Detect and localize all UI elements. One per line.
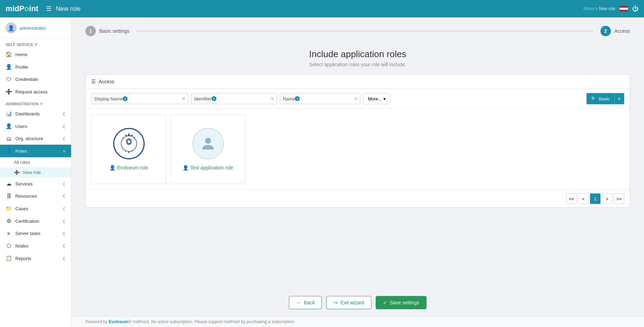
topbar: midPoint ☰ New role Roles > New role ⏻ — [0, 0, 644, 17]
chevron-icon: ❮ — [62, 124, 66, 129]
sidebar-item-services[interactable]: ☁ Services ❮ — [0, 177, 71, 190]
chevron-icon: ❮ — [62, 112, 66, 116]
role-user-icon: 👤 — [109, 165, 115, 170]
pagination: << < 1 > >> — [86, 190, 630, 207]
sidebar-item-resources[interactable]: 🗄 Resources ❮ — [0, 190, 71, 202]
sidebar-item-request-access[interactable]: ➕ Request access — [0, 85, 71, 98]
footer-brand-link[interactable]: Evolveum — [109, 319, 129, 324]
basic-search-dropdown[interactable]: ▾ — [614, 93, 624, 104]
access-panel-header: ☰ Access — [86, 75, 630, 89]
sidebar-item-reports[interactable]: 📋 Reports ❮ — [0, 252, 71, 265]
test-role-icon — [192, 128, 224, 159]
display-name-info-icon[interactable]: i — [123, 96, 128, 101]
step-2-circle: 2 — [600, 26, 611, 36]
exit-wizard-button[interactable]: ↪ Exit wizard — [326, 296, 371, 309]
sidebar-item-label: Profile — [15, 64, 28, 70]
nodes-icon: ⬡ — [6, 243, 12, 249]
basic-search-button[interactable]: 🔍 Basic — [586, 93, 614, 104]
roles-grid: 👤 Evolveum role 👤 — [86, 109, 630, 190]
role-card-test-application[interactable]: 👤 Test application role — [170, 114, 245, 184]
org-icon: 🗂 — [6, 136, 12, 142]
sidebar-item-users[interactable]: 👤 Users ❮ — [0, 120, 71, 132]
sidebar-item-label: Server tasks — [15, 231, 40, 236]
wizard-steps: 1 Basic settings 2 Access — [71, 17, 644, 42]
step-2-label: Access — [614, 28, 630, 34]
role-card-evolveum[interactable]: 👤 Evolveum role — [91, 114, 166, 184]
sidebar-item-label: Org. structure — [15, 136, 43, 141]
sidebar-subitem-label: All roles — [14, 160, 30, 165]
name-label: Name i — [280, 93, 303, 104]
identifier-input[interactable] — [220, 96, 268, 101]
step-line — [136, 31, 593, 31]
step-1: 1 Basic settings — [85, 26, 129, 36]
name-clear-icon[interactable]: ✕ — [352, 93, 360, 104]
display-name-label: Display Name i — [92, 93, 131, 104]
sidebar-item-label: Reports — [15, 256, 31, 261]
list-icon: ☰ — [91, 79, 96, 84]
name-info-icon[interactable]: i — [295, 96, 300, 101]
page-title: New role — [56, 5, 579, 13]
more-button[interactable]: More... ▾ — [363, 93, 390, 104]
pagination-next[interactable]: > — [602, 193, 612, 204]
chevron-icon: ❮ — [62, 136, 66, 141]
main-content: 1 Basic settings 2 Access Include applic… — [71, 17, 644, 327]
menu-icon[interactable]: ☰ — [46, 5, 52, 13]
dashboards-icon: 📊 — [6, 111, 12, 117]
pagination-current[interactable]: 1 — [590, 193, 600, 204]
display-name-input[interactable] — [131, 96, 179, 101]
power-icon[interactable]: ⏻ — [632, 5, 638, 13]
step-2: 2 Access — [600, 26, 630, 36]
chevron-icon: ❮ — [62, 219, 66, 223]
reports-icon: 📋 — [6, 255, 12, 261]
pagination-prev[interactable]: < — [578, 193, 589, 204]
filter-row: Display Name i ✕ Identifier i ✕ — [86, 89, 630, 109]
pagination-first[interactable]: << — [566, 193, 577, 204]
sidebar-item-label: Dashboards — [15, 111, 40, 116]
svg-point-3 — [205, 138, 211, 144]
new-role-icon: ➕ — [14, 170, 20, 175]
display-name-clear-icon[interactable]: ✕ — [179, 93, 188, 104]
services-icon: ☁ — [6, 181, 12, 187]
breadcrumb-roles[interactable]: Roles — [583, 6, 594, 11]
username-label[interactable]: administrator — [20, 25, 46, 31]
sidebar-item-server-tasks[interactable]: ≡ Server tasks ❮ — [0, 227, 71, 239]
sidebar-item-profile[interactable]: 👤 Profile — [0, 61, 71, 73]
sidebar-item-certification[interactable]: ⚙ Certification ❮ — [0, 215, 71, 227]
sidebar-subitem-label: New role — [23, 170, 41, 175]
profile-icon: 👤 — [6, 64, 12, 70]
sidebar-item-label: Resources — [15, 193, 37, 199]
back-button[interactable]: ← Back — [289, 296, 322, 309]
name-input[interactable] — [303, 96, 352, 101]
filter-display-name: Display Name i ✕ — [91, 93, 188, 104]
evolveum-role-icon — [113, 128, 145, 159]
page-heading: Include application roles — [85, 49, 630, 60]
flag-icon[interactable] — [620, 6, 628, 12]
server-tasks-icon: ≡ — [6, 230, 12, 236]
section-self-service[interactable]: SELF SERVICE ∨ — [0, 39, 71, 48]
sidebar-item-roles[interactable]: 👤 Roles ∨ — [0, 145, 71, 157]
users-icon: 👤 — [6, 123, 12, 129]
identifier-label: Identifier i — [191, 93, 220, 104]
access-label: Access — [99, 79, 114, 84]
sidebar-subitem-all-roles[interactable]: All roles — [0, 157, 71, 167]
save-settings-button[interactable]: ✓ Save settings — [376, 296, 427, 309]
section-administration[interactable]: ADMINISTRATION ∨ — [0, 98, 71, 107]
sidebar-user: 👤 administrator — [0, 17, 71, 39]
identifier-info-icon[interactable]: i — [212, 96, 216, 101]
chevron-icon: ❮ — [62, 206, 66, 211]
identifier-clear-icon[interactable]: ✕ — [268, 93, 277, 104]
page-area: Include application roles Select applica… — [71, 42, 644, 289]
sidebar-item-label: Credentials — [15, 77, 38, 82]
sidebar-item-cases[interactable]: 📁 Cases ❮ — [0, 202, 71, 215]
sidebar-item-credentials[interactable]: 🛡 Credentials — [0, 73, 71, 85]
layout: 👤 administrator SELF SERVICE ∨ 🏠 Home 👤 … — [0, 17, 644, 327]
pagination-last[interactable]: >> — [614, 193, 624, 204]
sidebar-item-dashboards[interactable]: 📊 Dashboards ❮ — [0, 107, 71, 120]
sidebar: 👤 administrator SELF SERVICE ∨ 🏠 Home 👤 … — [0, 17, 71, 327]
resources-icon: 🗄 — [6, 193, 12, 199]
sidebar-item-nodes[interactable]: ⬡ Nodes ❮ — [0, 239, 71, 252]
sidebar-subitem-new-role[interactable]: ➕ New role — [0, 167, 71, 177]
sidebar-item-org-structure[interactable]: 🗂 Org. structure ❮ — [0, 132, 71, 145]
chevron-icon: ❮ — [62, 244, 66, 248]
sidebar-item-home[interactable]: 🏠 Home — [0, 48, 71, 61]
